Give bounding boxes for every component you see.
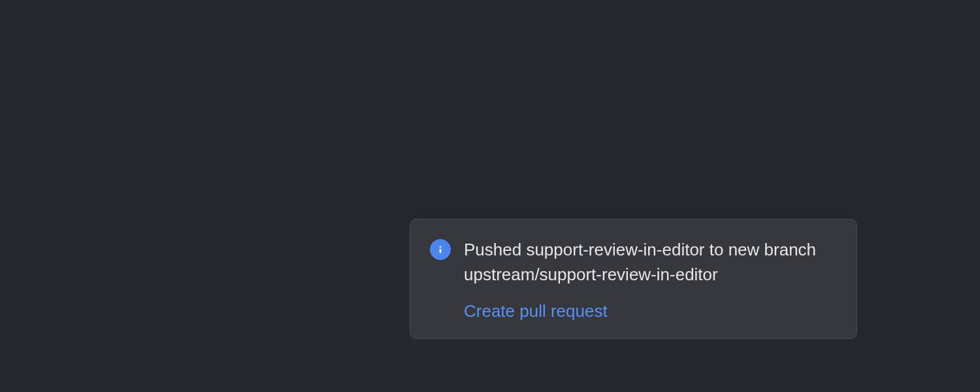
svg-rect-1 (440, 249, 442, 253)
notification-toast: Pushed support-review-in-editor to new b… (410, 219, 857, 339)
toast-content: Pushed support-review-in-editor to new b… (464, 238, 837, 321)
svg-point-0 (440, 246, 442, 248)
toast-message: Pushed support-review-in-editor to new b… (464, 238, 837, 287)
create-pull-request-link[interactable]: Create pull request (464, 301, 837, 321)
info-icon (430, 239, 451, 260)
